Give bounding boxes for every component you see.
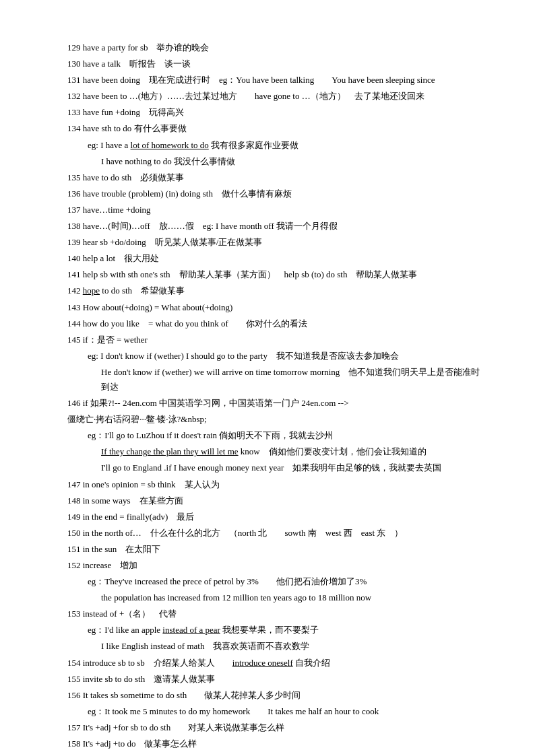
entry-132: 132 have been to …(地方）……去过某过地方 have gone… xyxy=(67,89,481,104)
entry-130-text: 130 have a talk 听报告 谈一谈 xyxy=(67,59,191,69)
entry-152-eg2-text: the population has increased from 12 mil… xyxy=(101,592,371,603)
entry-143-text: 143 How about(+doing) = What about(+doin… xyxy=(67,302,232,312)
entry-129: 129 have a party for sb 举办谁的晚会 xyxy=(67,40,481,55)
entry-149-text: 149 in the end = finally(adv) 最后 xyxy=(67,512,194,522)
entry-158: 158 It's +adj +to do 做某事怎么样 xyxy=(67,736,481,751)
entry-146: 146 if 如果?!-- 24en.com 中国英语学习网，中国英语第一门户 … xyxy=(67,396,481,411)
entry-142-text: 142 hope to do sth 希望做某事 xyxy=(67,285,185,296)
entry-138: 138 have…(时间)…off 放……假 eg: I have month … xyxy=(67,219,481,234)
entry-132-text: 132 have been to …(地方）……去过某过地方 have gone… xyxy=(67,91,424,101)
entry-158-text: 158 It's +adj +to do 做某事怎么样 xyxy=(67,738,197,749)
entry-145: 145 if：是否 = wether xyxy=(67,333,481,347)
entry-155-text: 155 invite sb to do sth 邀请某人做某事 xyxy=(67,674,215,684)
entry-153-eg2: I like English instead of math 我喜欢英语而不喜欢… xyxy=(101,639,481,654)
entry-129-text: 129 have a party for sb 举办谁的晚会 xyxy=(67,42,210,53)
entry-134-text: 134 have sth to do 有什么事要做 xyxy=(67,123,187,133)
entry-153: 153 instead of +（名） 代替 xyxy=(67,607,481,621)
entry-155: 155 invite sb to do sth 邀请某人做某事 xyxy=(67,672,481,687)
entry-151-text: 151 in the sun 在太阳下 xyxy=(67,544,160,554)
entry-156-text: 156 It takes sb sometime to do sth 做某人花掉… xyxy=(67,690,301,700)
entry-153-eg1-text: eg：I'd like an apple instead of a pear 我… xyxy=(88,625,319,635)
entry-134-eg1-text: eg: I have a lot of homework to do 我有很多家… xyxy=(88,140,298,150)
entry-146-text: 146 if 如果?!-- 24en.com 中国英语学习网，中国英语第一门户 … xyxy=(67,398,349,408)
entry-145-eg2-text: He don't know if (wether) we will arrive… xyxy=(101,367,480,392)
document-content: 129 have a party for sb 举办谁的晚会 130 have … xyxy=(67,40,481,751)
entry-149: 149 in the end = finally(adv) 最后 xyxy=(67,510,481,524)
entry-131: 131 have been doing 现在完成进行时 eg：You have … xyxy=(67,73,481,88)
entry-157-text: 157 It's +adj +for sb to do sth 对某人来说做某事… xyxy=(67,722,284,732)
entry-146-eg3: I'll go to England .if I have enough mon… xyxy=(101,460,481,475)
entry-133: 133 have fun +doing 玩得高兴 xyxy=(67,105,481,120)
entry-146-eg2-text: If they change the plan they will let me… xyxy=(101,446,427,456)
entry-139: 139 hear sb +do/doing 听见某人做某事/正在做某事 xyxy=(67,235,481,250)
entry-134-eg1: eg: I have a lot of homework to do 我有很多家… xyxy=(88,138,481,153)
entry-131-text: 131 have been doing 现在完成进行时 eg：You have … xyxy=(67,75,435,85)
entry-151: 151 in the sun 在太阳下 xyxy=(67,542,481,557)
entry-142: 142 hope to do sth 希望做某事 xyxy=(67,283,481,298)
entry-144-text: 144 how do you like = what do you think … xyxy=(67,318,307,329)
entry-140: 140 help a lot 很大用处 xyxy=(67,251,481,266)
entry-145-eg1-text: eg: I don't know if (wether) I should go… xyxy=(88,351,399,361)
entry-145-eg1: eg: I don't know if (wether) I should go… xyxy=(88,349,481,364)
entry-152-eg1: eg：They've increased the prece of petrol… xyxy=(88,574,481,589)
entry-153-text: 153 instead of +（名） 代替 xyxy=(67,609,177,619)
entry-138-text: 138 have…(时间)…off 放……假 eg: I have month … xyxy=(67,221,338,231)
entry-146-eg1-text: eg：I'll go to LuZhou if it does't rain 倘… xyxy=(88,430,333,440)
entry-134-eg2-text: I have nothing to do 我没什么事情做 xyxy=(101,156,235,166)
entry-146-note: 僵绕亡·拷右话闷碧···鳖·镂·泳?&nbsp; xyxy=(67,412,481,427)
entry-135-text: 135 have to do sth 必须做某事 xyxy=(67,172,184,182)
entry-146-note-text: 僵绕亡·拷右话闷碧···鳖·镂·泳?&nbsp; xyxy=(67,414,207,424)
entry-145-eg2: He don't know if (wether) we will arrive… xyxy=(101,365,481,394)
entry-145-text: 145 if：是否 = wether xyxy=(67,335,148,345)
entry-135: 135 have to do sth 必须做某事 xyxy=(67,170,481,185)
entry-137-text: 137 have…time +doing xyxy=(67,205,151,215)
entry-153-eg2-text: I like English instead of math 我喜欢英语而不喜欢… xyxy=(101,641,309,651)
entry-152-eg1-text: eg：They've increased the prece of petrol… xyxy=(88,576,367,586)
entry-144: 144 how do you like = what do you think … xyxy=(67,316,481,331)
entry-148: 148 in some ways 在某些方面 xyxy=(67,493,481,508)
entry-139-text: 139 hear sb +do/doing 听见某人做某事/正在做某事 xyxy=(67,237,262,247)
entry-153-eg1: eg：I'd like an apple instead of a pear 我… xyxy=(88,623,481,638)
entry-147: 147 in one's opinion = sb think 某人认为 xyxy=(67,477,481,492)
entry-146-eg1: eg：I'll go to LuZhou if it does't rain 倘… xyxy=(88,428,481,443)
entry-157: 157 It's +adj +for sb to do sth 对某人来说做某事… xyxy=(67,720,481,735)
entry-150-text: 150 in the north of… 什么在什么的北方 （north 北 s… xyxy=(67,528,403,538)
entry-156-eg1-text: eg：It took me 5 minutes to do my homewor… xyxy=(88,706,379,716)
entry-152: 152 increase 增加 xyxy=(67,558,481,573)
entry-133-text: 133 have fun +doing 玩得高兴 xyxy=(67,107,184,117)
entry-152-eg2: the population has increased from 12 mil… xyxy=(101,590,481,605)
entry-136: 136 have trouble (problem) (in) doing st… xyxy=(67,186,481,201)
entry-156: 156 It takes sb sometime to do sth 做某人花掉… xyxy=(67,688,481,703)
entry-134-eg2: I have nothing to do 我没什么事情做 xyxy=(101,154,481,169)
entry-136-text: 136 have trouble (problem) (in) doing st… xyxy=(67,188,292,199)
entry-156-eg1: eg：It took me 5 minutes to do my homewor… xyxy=(88,704,481,719)
entry-141-text: 141 help sb with sth one's sth 帮助某人某事（某方… xyxy=(67,269,417,279)
entry-141: 141 help sb with sth one's sth 帮助某人某事（某方… xyxy=(67,267,481,282)
entry-130: 130 have a talk 听报告 谈一谈 xyxy=(67,57,481,71)
entry-143: 143 How about(+doing) = What about(+doin… xyxy=(67,300,481,315)
entry-148-text: 148 in some ways 在某些方面 xyxy=(67,495,183,506)
entry-137: 137 have…time +doing xyxy=(67,203,481,217)
entry-152-text: 152 increase 增加 xyxy=(67,560,137,570)
entry-146-eg2: If they change the plan they will let me… xyxy=(101,444,481,459)
entry-150: 150 in the north of… 什么在什么的北方 （north 北 s… xyxy=(67,526,481,541)
entry-154: 154 introduce sb to sb 介绍某人给某人 introduce… xyxy=(67,656,481,671)
entry-134: 134 have sth to do 有什么事要做 xyxy=(67,121,481,136)
entry-146-eg3-text: I'll go to England .if I have enough mon… xyxy=(101,462,441,473)
entry-147-text: 147 in one's opinion = sb think 某人认为 xyxy=(67,479,220,489)
entry-140-text: 140 help a lot 很大用处 xyxy=(67,253,159,263)
entry-154-text: 154 introduce sb to sb 介绍某人给某人 introduce… xyxy=(67,658,330,668)
